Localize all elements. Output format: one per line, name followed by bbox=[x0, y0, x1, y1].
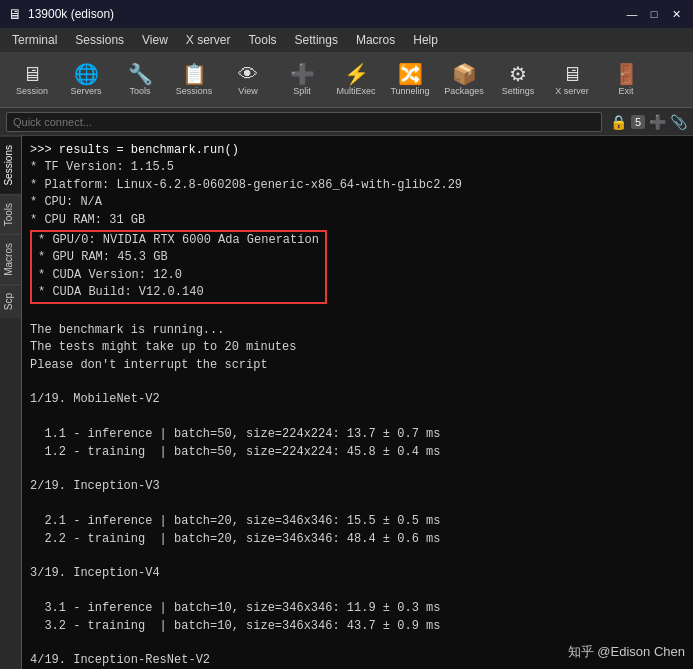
terminal-blank-3 bbox=[30, 409, 685, 426]
btn-tools[interactable]: 🔧 Tools bbox=[114, 56, 166, 104]
menu-help[interactable]: Help bbox=[405, 31, 446, 49]
terminal-section-3: 3/19. Inception-V4 bbox=[30, 565, 685, 582]
btn-exit-label: Exit bbox=[618, 86, 633, 96]
window-title: 13900k (edison) bbox=[28, 7, 114, 21]
menu-tools[interactable]: Tools bbox=[241, 31, 285, 49]
terminal-line-7: * CUDA Version: 12.0 bbox=[38, 267, 319, 284]
terminal-output[interactable]: >>> results = benchmark.run() * TF Versi… bbox=[22, 136, 693, 669]
split-icon: ➕ bbox=[290, 64, 315, 84]
terminal-line-bench3: Please don't interrupt the script bbox=[30, 357, 685, 374]
sidebar-tab-sessions[interactable]: Sessions bbox=[0, 136, 21, 194]
close-button[interactable]: ✕ bbox=[667, 5, 685, 23]
sidebar-tab-macros[interactable]: Macros bbox=[0, 234, 21, 284]
terminal-section-4: 4/19. Inception-ResNet-V2 bbox=[30, 652, 685, 669]
btn-tools-label: Tools bbox=[129, 86, 150, 96]
btn-tunneling[interactable]: 🔀 Tunneling bbox=[384, 56, 436, 104]
session-icon: 🖥 bbox=[22, 64, 42, 84]
btn-view-label: View bbox=[238, 86, 257, 96]
terminal-line-8: * CUDA Build: V12.0.140 bbox=[38, 284, 319, 301]
btn-sessions-label: Sessions bbox=[176, 86, 213, 96]
xserver-icon: 🖥 bbox=[562, 64, 582, 84]
sidebar-tab-tools[interactable]: Tools bbox=[0, 194, 21, 234]
terminal-line-4: * CPU RAM: 31 GB bbox=[30, 212, 685, 229]
sidebar-tab-scp[interactable]: Scp bbox=[0, 284, 21, 318]
address-bar: 🔒 5 ➕ 📎 bbox=[0, 108, 693, 136]
multiexec-icon: ⚡ bbox=[344, 64, 369, 84]
terminal-bench-3-1: 3.1 - inference | batch=10, size=346x346… bbox=[30, 600, 685, 617]
terminal-bench-2-1: 2.1 - inference | batch=20, size=346x346… bbox=[30, 513, 685, 530]
minimize-button[interactable]: — bbox=[623, 5, 641, 23]
quick-connect-input[interactable] bbox=[6, 112, 602, 132]
view-icon: 👁 bbox=[238, 64, 258, 84]
terminal-blank-4 bbox=[30, 461, 685, 478]
terminal-blank-7 bbox=[30, 583, 685, 600]
attach-icon: 📎 bbox=[670, 114, 687, 130]
menu-macros[interactable]: Macros bbox=[348, 31, 403, 49]
btn-xserver-label: X server bbox=[555, 86, 589, 96]
terminal-bench-3-2: 3.2 - training | batch=10, size=346x346:… bbox=[30, 618, 685, 635]
terminal-section-2: 2/19. Inception-V3 bbox=[30, 478, 685, 495]
terminal-blank-5 bbox=[30, 496, 685, 513]
btn-packages-label: Packages bbox=[444, 86, 484, 96]
menu-bar: Terminal Sessions View X server Tools Se… bbox=[0, 28, 693, 52]
btn-tunneling-label: Tunneling bbox=[390, 86, 429, 96]
terminal-line-5: * GPU/0: NVIDIA RTX 6000 Ada Generation bbox=[38, 232, 319, 249]
btn-settings[interactable]: ⚙ Settings bbox=[492, 56, 544, 104]
toolbar: 🖥 Session 🌐 Servers 🔧 Tools 📋 Sessions 👁… bbox=[0, 52, 693, 108]
btn-servers[interactable]: 🌐 Servers bbox=[60, 56, 112, 104]
main-layout: Sessions Tools Macros Scp >>> results = … bbox=[0, 136, 693, 669]
exit-icon: 🚪 bbox=[614, 64, 639, 84]
settings-icon: ⚙ bbox=[509, 64, 527, 84]
btn-session-label: Session bbox=[16, 86, 48, 96]
btn-multiexec[interactable]: ⚡ MultiExec bbox=[330, 56, 382, 104]
terminal-blank-2 bbox=[30, 374, 685, 391]
btn-session[interactable]: 🖥 Session bbox=[6, 56, 58, 104]
menu-settings[interactable]: Settings bbox=[287, 31, 346, 49]
menu-sessions[interactable]: Sessions bbox=[67, 31, 132, 49]
btn-view[interactable]: 👁 View bbox=[222, 56, 274, 104]
terminal-bench-1-2: 1.2 - training | batch=50, size=224x224:… bbox=[30, 444, 685, 461]
menu-terminal[interactable]: Terminal bbox=[4, 31, 65, 49]
gpu-highlight-block: * GPU/0: NVIDIA RTX 6000 Ada Generation … bbox=[30, 230, 327, 304]
btn-packages[interactable]: 📦 Packages bbox=[438, 56, 490, 104]
packages-icon: 📦 bbox=[452, 64, 477, 84]
terminal-blank-1 bbox=[30, 305, 685, 322]
maximize-button[interactable]: □ bbox=[645, 5, 663, 23]
btn-exit[interactable]: 🚪 Exit bbox=[600, 56, 652, 104]
terminal-bench-2-2: 2.2 - training | batch=20, size=346x346:… bbox=[30, 531, 685, 548]
terminal-section-1: 1/19. MobileNet-V2 bbox=[30, 391, 685, 408]
tunneling-icon: 🔀 bbox=[398, 64, 423, 84]
menu-xserver[interactable]: X server bbox=[178, 31, 239, 49]
left-panel: Sessions Tools Macros Scp bbox=[0, 136, 22, 669]
servers-icon: 🌐 bbox=[74, 64, 99, 84]
terminal-line-2: * Platform: Linux-6.2.8-060208-generic-x… bbox=[30, 177, 685, 194]
btn-split-label: Split bbox=[293, 86, 311, 96]
terminal-line-0: >>> results = benchmark.run() bbox=[30, 142, 685, 159]
btn-settings-label: Settings bbox=[502, 86, 535, 96]
sessions-icon: 📋 bbox=[182, 64, 207, 84]
btn-multiexec-label: MultiExec bbox=[336, 86, 375, 96]
lock-icon: 🔒 bbox=[610, 114, 627, 130]
tools-icon: 🔧 bbox=[128, 64, 153, 84]
add-tab-icon[interactable]: ➕ bbox=[649, 114, 666, 130]
app-icon: 🖥 bbox=[8, 6, 22, 22]
terminal-blank-6 bbox=[30, 548, 685, 565]
btn-sessions[interactable]: 📋 Sessions bbox=[168, 56, 220, 104]
title-bar: 🖥 13900k (edison) — □ ✕ bbox=[0, 0, 693, 28]
btn-servers-label: Servers bbox=[70, 86, 101, 96]
terminal-line-bench1: The benchmark is running... bbox=[30, 322, 685, 339]
window-controls: — □ ✕ bbox=[623, 5, 685, 23]
terminal-line-6: * GPU RAM: 45.3 GB bbox=[38, 249, 319, 266]
btn-xserver[interactable]: 🖥 X server bbox=[546, 56, 598, 104]
session-count-badge: 5 bbox=[631, 115, 645, 129]
terminal-line-bench2: The tests might take up to 20 minutes bbox=[30, 339, 685, 356]
terminal-bench-1-1: 1.1 - inference | batch=50, size=224x224… bbox=[30, 426, 685, 443]
terminal-line-3: * CPU: N/A bbox=[30, 194, 685, 211]
btn-split[interactable]: ➕ Split bbox=[276, 56, 328, 104]
addr-icons: 🔒 5 ➕ 📎 bbox=[610, 114, 687, 130]
terminal-blank-8 bbox=[30, 635, 685, 652]
terminal-line-1: * TF Version: 1.15.5 bbox=[30, 159, 685, 176]
menu-view[interactable]: View bbox=[134, 31, 176, 49]
